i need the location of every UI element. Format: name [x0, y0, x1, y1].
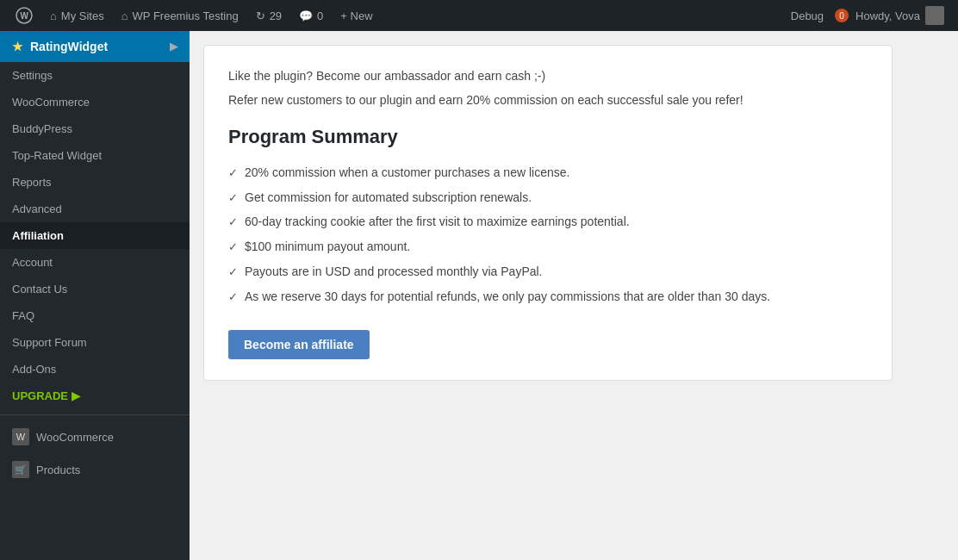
- checklist-text: Get commission for automated subscriptio…: [245, 188, 532, 207]
- sidebar-item-advanced[interactable]: Advanced: [0, 196, 190, 222]
- sidebar-secondary-products[interactable]: 🛒Products: [0, 453, 190, 486]
- comment-icon: 💬: [299, 9, 313, 22]
- sidebar-item-top-rated-widget[interactable]: Top-Rated Widget: [0, 142, 190, 169]
- sidebar-item-buddypress[interactable]: BuddyPress: [0, 115, 190, 142]
- sidebar-item-add-ons[interactable]: Add-Ons: [0, 356, 190, 383]
- main-layout: ★ RatingWidget ▶ SettingsWooCommerceBudd…: [0, 31, 958, 560]
- checklist-text: 20% commission when a customer purchases…: [245, 163, 569, 182]
- sidebar: ★ RatingWidget ▶ SettingsWooCommerceBudd…: [0, 31, 190, 560]
- my-sites-button[interactable]: ⌂ My Sites: [41, 0, 113, 31]
- debug-label: Debug: [782, 9, 832, 22]
- plugin-name-label: RatingWidget: [30, 40, 108, 53]
- admin-bar: W ⌂ My Sites ⌂ WP Freemius Testing ↻ 29 …: [0, 0, 958, 31]
- upgrade-button[interactable]: UPGRADE ▶: [0, 383, 190, 409]
- check-mark-icon: ✓: [228, 289, 238, 307]
- checklist-text: As we reserve 30 days for potential refu…: [245, 287, 770, 306]
- sidebar-item-reports[interactable]: Reports: [0, 169, 190, 196]
- sidebar-divider: [0, 414, 190, 415]
- sidebar-menu: SettingsWooCommerceBuddyPressTop-Rated W…: [0, 62, 190, 383]
- woo-icon: W: [12, 428, 29, 445]
- sidebar-item-woocommerce[interactable]: WooCommerce: [0, 89, 190, 115]
- site-name-button[interactable]: ⌂ WP Freemius Testing: [113, 0, 247, 31]
- sidebar-item-account[interactable]: Account: [0, 249, 190, 276]
- content-area: Like the plugin? Become our ambassador a…: [190, 31, 958, 560]
- debug-badge: 0: [835, 9, 849, 22]
- star-icon: ★: [12, 40, 23, 53]
- check-mark-icon: ✓: [228, 239, 238, 257]
- section-title: Program Summary: [228, 126, 868, 148]
- intro-line-2: Refer new customers to our plugin and ea…: [228, 90, 868, 109]
- checklist-item: ✓60-day tracking cookie after the first …: [228, 209, 868, 234]
- check-mark-icon: ✓: [228, 165, 238, 183]
- check-mark-icon: ✓: [228, 190, 238, 208]
- my-sites-label: My Sites: [61, 9, 104, 22]
- content-card: Like the plugin? Become our ambassador a…: [203, 45, 893, 381]
- site-name-label: WP Freemius Testing: [133, 9, 239, 22]
- updates-button[interactable]: ↻ 29: [247, 0, 290, 31]
- checklist-text: $100 minimum payout amount.: [245, 237, 410, 256]
- new-button[interactable]: + New: [332, 0, 381, 31]
- check-mark-icon: ✓: [228, 214, 238, 232]
- chevron-icon: ▶: [170, 40, 177, 53]
- comments-count: 0: [317, 9, 323, 22]
- comments-button[interactable]: 💬 0: [290, 0, 332, 31]
- wp-logo-button[interactable]: W: [7, 0, 41, 31]
- checklist-text: 60-day tracking cookie after the first v…: [245, 212, 630, 231]
- sidebar-item-faq[interactable]: FAQ: [0, 302, 190, 329]
- sidebar-item-settings[interactable]: Settings: [0, 62, 190, 89]
- checklist-text: Payouts are in USD and processed monthly…: [245, 262, 543, 281]
- become-affiliate-button[interactable]: Become an affiliate: [228, 330, 370, 359]
- sidebar-secondary: WWooCommerce🛒Products: [0, 420, 190, 486]
- check-mark-icon: ✓: [228, 264, 238, 282]
- cart-icon: 🛒: [12, 461, 29, 478]
- updates-count: 29: [270, 9, 282, 22]
- checklist-item: ✓Payouts are in USD and processed monthl…: [228, 259, 868, 284]
- howdy-label: Howdy, Vova: [855, 9, 920, 22]
- plugin-name-button[interactable]: ★ RatingWidget ▶: [0, 31, 190, 62]
- sites-icon: ⌂: [50, 9, 57, 22]
- avatar: [925, 6, 944, 25]
- checklist-item: ✓Get commission for automated subscripti…: [228, 185, 868, 210]
- checklist-item: ✓As we reserve 30 days for potential ref…: [228, 284, 868, 309]
- sidebar-item-contact-us[interactable]: Contact Us: [0, 276, 190, 302]
- checklist: ✓20% commission when a customer purchase…: [228, 160, 868, 309]
- site-icon: ⌂: [121, 9, 128, 22]
- sidebar-secondary-woocommerce[interactable]: WWooCommerce: [0, 420, 190, 453]
- new-label: + New: [340, 9, 372, 22]
- checklist-item: ✓$100 minimum payout amount.: [228, 234, 868, 259]
- secondary-label: WooCommerce: [36, 431, 114, 444]
- howdy-menu[interactable]: Howdy, Vova: [849, 6, 951, 25]
- refresh-icon: ↻: [256, 9, 265, 22]
- sidebar-item-affiliation[interactable]: Affiliation: [0, 222, 190, 249]
- sidebar-item-support-forum[interactable]: Support Forum: [0, 329, 190, 356]
- intro-line-1: Like the plugin? Become our ambassador a…: [228, 66, 868, 85]
- checklist-item: ✓20% commission when a customer purchase…: [228, 160, 868, 185]
- svg-text:W: W: [21, 11, 29, 21]
- secondary-label: Products: [36, 464, 80, 476]
